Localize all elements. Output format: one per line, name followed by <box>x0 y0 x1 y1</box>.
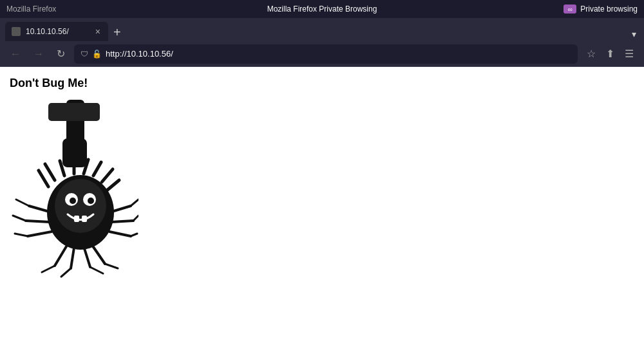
menu-button[interactable]: ☰ <box>621 45 638 62</box>
svg-line-17 <box>102 169 113 182</box>
svg-line-33 <box>71 248 74 268</box>
title-bar-right: ∞ Private browsing <box>564 5 638 14</box>
tab-close-button[interactable]: × <box>94 27 102 36</box>
address-bar-container: 🛡 🔓 <box>74 44 578 64</box>
back-button[interactable]: ← <box>6 46 24 62</box>
svg-line-18 <box>108 180 119 190</box>
svg-line-12 <box>45 164 55 180</box>
svg-line-29 <box>109 232 131 236</box>
svg-line-24 <box>15 234 28 236</box>
bug-illustration <box>10 100 138 280</box>
forward-button[interactable]: → <box>30 46 48 62</box>
svg-point-4 <box>55 179 106 233</box>
nav-bar-actions: ☆ ⬆ ☰ <box>583 45 638 62</box>
page-content: Don't Bug Me! <box>0 67 644 361</box>
svg-line-26 <box>131 199 138 206</box>
svg-point-8 <box>88 198 94 204</box>
svg-line-27 <box>111 221 133 222</box>
svg-point-7 <box>70 198 76 204</box>
svg-line-16 <box>93 162 101 176</box>
nav-bar: ← → ↻ 🛡 🔓 ☆ ⬆ ☰ <box>0 41 644 67</box>
title-bar: Mozilla Firefox Mozilla Firefox Private … <box>0 0 644 18</box>
svg-line-28 <box>133 216 138 221</box>
browser-tab[interactable]: 10.10.10.56/ × <box>5 22 108 41</box>
svg-line-20 <box>16 199 29 206</box>
svg-line-22 <box>13 216 26 221</box>
svg-line-37 <box>92 245 105 264</box>
new-tab-button[interactable]: + <box>108 25 126 40</box>
svg-line-35 <box>84 246 90 267</box>
tab-bar: 10.10.10.56/ × + ▾ <box>0 18 644 41</box>
svg-line-23 <box>28 232 52 236</box>
share-button[interactable]: ⬆ <box>602 45 618 62</box>
svg-line-32 <box>42 266 55 272</box>
svg-line-38 <box>105 264 118 268</box>
svg-line-11 <box>39 171 48 187</box>
svg-line-31 <box>55 246 66 266</box>
lock-icon: 🔓 <box>92 50 102 59</box>
svg-rect-10 <box>82 216 87 222</box>
svg-line-36 <box>90 267 103 273</box>
reload-button[interactable]: ↻ <box>53 45 69 62</box>
private-title: Mozilla Firefox Private Browsing <box>267 5 377 14</box>
page-heading: Don't Bug Me! <box>10 77 634 90</box>
bookmark-button[interactable]: ☆ <box>583 45 600 62</box>
svg-rect-1 <box>48 103 100 121</box>
address-input[interactable] <box>106 49 571 59</box>
private-mask-icon: ∞ <box>564 5 576 14</box>
svg-rect-9 <box>74 216 79 222</box>
svg-line-30 <box>131 234 137 236</box>
tab-dropdown-button[interactable]: ▾ <box>629 29 639 39</box>
app-title: Mozilla Firefox <box>6 5 56 14</box>
tab-bar-right: ▾ <box>629 29 639 39</box>
tab-title: 10.10.10.56/ <box>26 27 89 36</box>
svg-line-34 <box>61 268 71 277</box>
private-browsing-badge: ∞ Private browsing <box>564 5 638 14</box>
privacy-icon: 🛡 <box>80 50 88 59</box>
private-browsing-label: Private browsing <box>580 5 638 14</box>
svg-line-21 <box>26 221 50 222</box>
tab-favicon-icon <box>12 27 21 36</box>
